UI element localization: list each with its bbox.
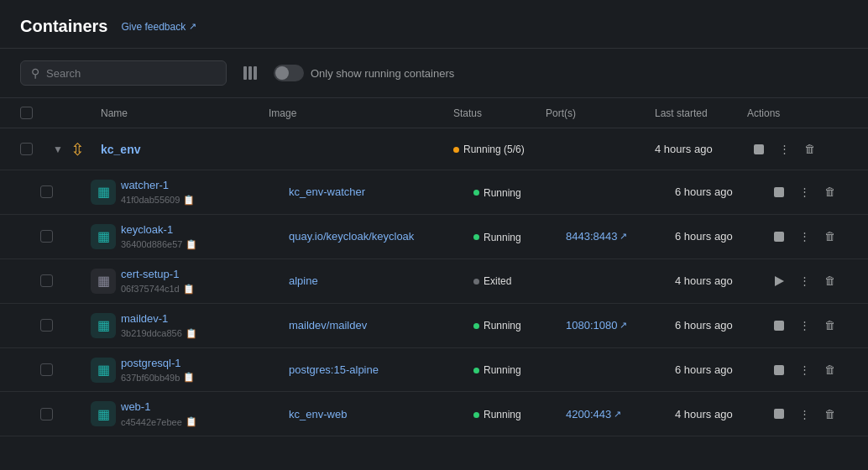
row-actions-cell-0: ⋮ 🗑 — [767, 180, 851, 204]
row-status-cell-5: Running — [473, 408, 566, 421]
toggle-label: Only show running containers — [311, 67, 454, 80]
action-group-4: ⋮ 🗑 — [767, 358, 851, 382]
status-dot-3 — [473, 323, 479, 329]
row-name-cell-3: maildev-1 3b219ddca856 📋 — [121, 312, 289, 339]
delete-button-3[interactable]: 🗑 — [818, 314, 841, 337]
image-link-1[interactable]: quay.io/keycloak/keycloak — [289, 230, 414, 243]
group-expand-button[interactable]: ▼ — [50, 142, 65, 157]
group-checkbox-cell — [20, 143, 50, 155]
more-button-0[interactable]: ⋮ — [792, 180, 816, 204]
container-name-link-0[interactable]: watcher-1 — [121, 179, 289, 193]
row-checkbox-4[interactable] — [40, 363, 53, 376]
table-row-1: ▦ keycloak-1 36400d886e57 📋 quay.io/keyc… — [0, 215, 868, 259]
row-checkbox-cell-5 — [40, 408, 71, 420]
search-box[interactable]: ⚲ — [20, 60, 227, 86]
table-body: ▦ watcher-1 41f0dab55609 📋 kc_env-watche… — [0, 170, 868, 436]
status-text-5: Running — [484, 409, 521, 420]
port-link-5[interactable]: 4200:443 ↗ — [566, 408, 675, 420]
group-stop-button[interactable] — [747, 138, 771, 161]
status-badge-2: Exited — [473, 275, 511, 287]
copy-id-icon-3[interactable]: 📋 — [186, 328, 197, 339]
image-link-4[interactable]: postgres:15-alpine — [289, 363, 379, 376]
delete-button-1[interactable]: 🗑 — [818, 225, 841, 248]
group-more-button[interactable]: ⋮ — [772, 138, 796, 161]
table-row-0: ▦ watcher-1 41f0dab55609 📋 kc_env-watche… — [0, 170, 868, 215]
stop-button-5[interactable] — [767, 402, 791, 426]
header-last-started: Last started — [655, 107, 747, 119]
copy-id-icon-0[interactable]: 📋 — [183, 195, 195, 206]
row-ports-cell-1: 8443:8443 ↗ — [566, 230, 675, 243]
more-button-3[interactable]: ⋮ — [792, 314, 816, 337]
image-link-2[interactable]: alpine — [289, 274, 318, 287]
toggle-knob — [275, 66, 289, 80]
container-id-1: 36400d886e57 📋 — [121, 239, 289, 250]
stop-button-4[interactable] — [767, 358, 791, 382]
row-image-cell-5: kc_env-web — [289, 408, 473, 420]
stop-icon — [774, 365, 784, 375]
delete-button-2[interactable]: 🗑 — [818, 269, 841, 293]
container-name-link-5[interactable]: web-1 — [121, 400, 289, 415]
more-button-2[interactable]: ⋮ — [792, 269, 816, 293]
row-checkbox-cell-0 — [40, 185, 71, 198]
select-all-checkbox[interactable] — [20, 107, 33, 119]
container-name-link-3[interactable]: maildev-1 — [121, 312, 289, 326]
stop-icon — [774, 187, 784, 197]
running-filter-toggle[interactable]: Only show running containers — [274, 65, 454, 81]
row-checkbox-cell-3 — [40, 319, 71, 332]
row-status-cell-1: Running — [473, 230, 566, 243]
row-checkbox-3[interactable] — [40, 319, 53, 332]
row-actions-cell-5: ⋮ 🗑 — [767, 402, 851, 426]
container-icon-5: ▦ — [91, 401, 116, 426]
group-delete-button[interactable]: 🗑 — [797, 138, 821, 161]
table-row-5: ▦ web-1 c45442e7ebee 📋 kc_env-web Runnin… — [0, 392, 868, 436]
more-button-4[interactable]: ⋮ — [792, 358, 816, 382]
kc-env-link[interactable]: kc_env — [101, 143, 140, 156]
stop-icon — [774, 321, 784, 331]
more-button-1[interactable]: ⋮ — [792, 225, 816, 248]
row-actions-cell-2: ⋮ 🗑 — [767, 269, 851, 293]
container-name-link-2[interactable]: cert-setup-1 — [121, 268, 289, 282]
delete-button-5[interactable]: 🗑 — [818, 402, 841, 426]
row-checkbox-1[interactable] — [40, 230, 53, 243]
status-badge-5: Running — [473, 409, 521, 420]
stop-button-3[interactable] — [767, 314, 791, 337]
delete-button-4[interactable]: 🗑 — [818, 358, 841, 382]
group-action-group: ⋮ 🗑 — [747, 138, 831, 161]
toggle-switch[interactable] — [274, 65, 304, 81]
external-link-icon: ↗ — [614, 409, 621, 420]
container-name-link-1[interactable]: keycloak-1 — [121, 223, 289, 238]
copy-id-icon-4[interactable]: 📋 — [183, 372, 195, 383]
stop-icon — [774, 232, 784, 242]
stop-button-1[interactable] — [767, 225, 791, 248]
action-group-2: ⋮ 🗑 — [767, 269, 851, 293]
group-expand-cell: ▼ — [50, 142, 71, 157]
row-checkbox-5[interactable] — [40, 408, 53, 420]
group-checkbox[interactable] — [20, 143, 33, 155]
search-input[interactable] — [46, 67, 216, 80]
copy-id-icon-1[interactable]: 📋 — [186, 239, 197, 250]
row-checkbox-2[interactable] — [40, 274, 53, 287]
columns-button[interactable] — [240, 63, 260, 83]
container-name-link-4[interactable]: postgresql-1 — [121, 357, 289, 371]
stop-button-0[interactable] — [767, 180, 791, 204]
header-status: Status — [453, 107, 546, 119]
feedback-link[interactable]: Give feedback ↗ — [121, 21, 196, 33]
row-checkbox-0[interactable] — [40, 185, 53, 198]
image-link-0[interactable]: kc_env-watcher — [289, 185, 365, 198]
row-image-cell-4: postgres:15-alpine — [289, 363, 473, 376]
status-dot-1 — [473, 234, 479, 240]
more-button-5[interactable]: ⋮ — [792, 402, 816, 426]
copy-id-icon-5[interactable]: 📋 — [186, 416, 197, 427]
group-row-kc-env: ▼ ⇳ kc_env Running (5/6) 4 hours ago ⋮ 🗑 — [0, 128, 868, 170]
image-link-5[interactable]: kc_env-web — [289, 408, 347, 420]
delete-button-0[interactable]: 🗑 — [818, 180, 841, 204]
play-button-2[interactable] — [767, 269, 791, 293]
external-link-icon: ↗ — [620, 231, 627, 242]
port-link-3[interactable]: 1080:1080 ↗ — [566, 319, 675, 332]
image-link-3[interactable]: maildev/maildev — [289, 319, 367, 332]
row-icon-cell-2: ▦ — [91, 269, 121, 294]
copy-id-icon-2[interactable]: 📋 — [183, 284, 195, 295]
port-link-1[interactable]: 8443:8443 ↗ — [566, 230, 675, 243]
container-icon-2: ▦ — [91, 269, 116, 294]
row-last-started-1: 6 hours ago — [675, 230, 767, 243]
